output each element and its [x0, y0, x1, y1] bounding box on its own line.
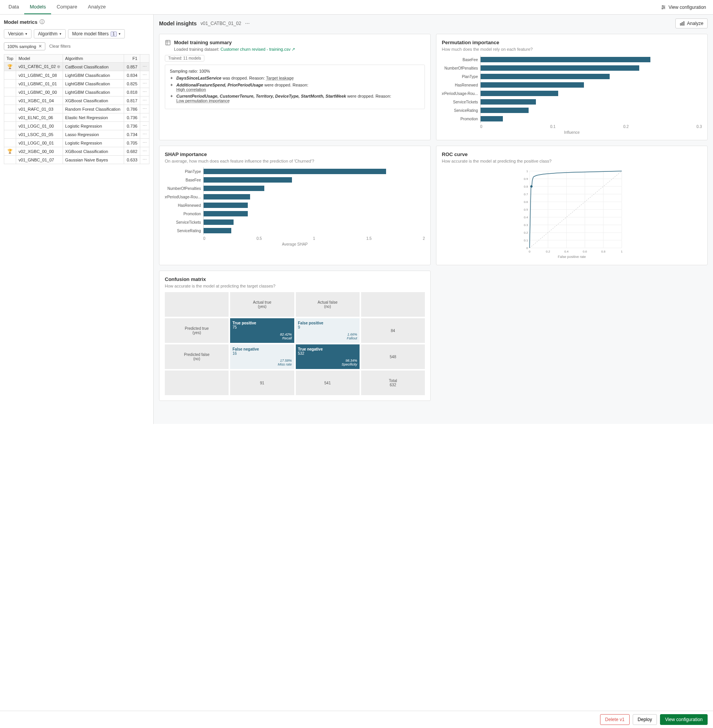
col-actions	[140, 55, 149, 63]
tab-models[interactable]: Models	[24, 0, 51, 14]
svg-text:0.6: 0.6	[583, 250, 587, 253]
svg-text:0.9: 0.9	[524, 177, 528, 181]
model-insights-panel: Model insights v01_CATBC_01_02 ⋯ Analyze…	[154, 15, 713, 424]
models-table: Top Model Algorithm F1 🏆 v01_CATBC_01_02…	[4, 54, 149, 164]
filter-more[interactable]: More model filters1▾	[68, 29, 125, 38]
more-icon[interactable]: ⋯	[143, 157, 147, 162]
more-icon[interactable]: ⋯	[143, 81, 147, 86]
table-row[interactable]: v01_LGBMC_01_01 LightGBM Classification …	[4, 80, 149, 88]
svg-text:0.1: 0.1	[524, 239, 528, 242]
trophy-icon: 🏆	[7, 64, 13, 69]
tab-compare[interactable]: Compare	[51, 0, 82, 14]
col-model[interactable]: Model	[16, 55, 63, 63]
chart-icon	[680, 21, 685, 26]
training-details: Sampling ratio: 100% ✦ DaysSinceLastServ…	[165, 65, 425, 109]
sliders-icon	[661, 5, 666, 10]
table-row[interactable]: v01_LOGC_01_00 Logistic Regression 0.736…	[4, 122, 149, 130]
close-icon[interactable]: ✕	[38, 44, 42, 49]
shap-sub: On average, how much does each feature i…	[165, 159, 425, 163]
trained-pill: Trained: 11 models	[165, 55, 204, 61]
more-icon[interactable]: ⋯	[143, 64, 147, 69]
more-icon[interactable]: ⋯	[245, 21, 250, 26]
tab-data[interactable]: Data	[3, 0, 24, 14]
crosshair-icon: ⊕	[57, 64, 60, 69]
roc-title: ROC curve	[442, 151, 702, 157]
more-icon[interactable]: ⋯	[143, 98, 147, 103]
chevron-down-icon: ▾	[119, 32, 121, 36]
confusion-sub: How accurate is the model at predicting …	[165, 284, 425, 288]
training-title: Model training summary	[174, 40, 295, 45]
svg-point-1	[662, 5, 663, 6]
roc-card: ROC curve How accurate is the model at p…	[436, 146, 708, 265]
insights-model-name: v01_CATBC_01_02	[201, 21, 241, 26]
svg-text:0.2: 0.2	[546, 250, 551, 253]
table-row[interactable]: v01_LGBMC_00_00 LightGBM Classification …	[4, 88, 149, 96]
svg-point-5	[662, 8, 663, 9]
col-f1[interactable]: F1	[124, 55, 140, 63]
permutation-card: Permutation importance How much does the…	[436, 34, 708, 140]
top-tabs: Data Models Compare Analyze View configu…	[0, 0, 713, 15]
shap-card: SHAP importance On average, how much doe…	[159, 146, 431, 265]
sparkle-icon: ✦	[170, 94, 173, 99]
svg-rect-9	[166, 40, 170, 45]
analyze-button[interactable]: Analyze	[675, 18, 708, 28]
sparkle-icon: ✦	[170, 83, 173, 88]
svg-text:0.8: 0.8	[601, 250, 606, 253]
table-row[interactable]: v01_GNBC_01_07 Gaussian Naive Bayes 0.63…	[4, 156, 149, 164]
col-algorithm[interactable]: Algorithm	[63, 55, 124, 63]
svg-text:0.6: 0.6	[524, 200, 528, 204]
sparkle-icon: ✦	[170, 76, 173, 81]
filter-count-badge: 1	[111, 32, 117, 37]
more-icon[interactable]: ⋯	[143, 73, 147, 77]
filter-chip-sampling[interactable]: 100% sampling✕	[4, 42, 45, 50]
table-row[interactable]: v01_LGBMC_01_08 LightGBM Classification …	[4, 71, 149, 80]
dataset-link[interactable]: Customer churn revised - training.csv	[221, 47, 290, 52]
permutation-title: Permutation importance	[442, 40, 702, 45]
chevron-down-icon: ▾	[25, 32, 27, 36]
permutation-sub: How much does the model rely on each fea…	[442, 47, 702, 52]
more-icon[interactable]: ⋯	[143, 149, 147, 153]
tab-analyze[interactable]: Analyze	[83, 0, 111, 14]
col-top[interactable]: Top	[4, 55, 16, 63]
svg-text:0.5: 0.5	[524, 208, 528, 211]
table-row[interactable]: v01_XGBC_01_04 XGBoost Classification 0.…	[4, 96, 149, 105]
more-icon[interactable]: ⋯	[143, 132, 147, 136]
more-icon[interactable]: ⋯	[143, 90, 147, 94]
clear-filters[interactable]: Clear filters	[48, 42, 72, 50]
svg-rect-6	[680, 23, 681, 25]
dataset-icon	[165, 40, 171, 46]
insights-title: Model insights	[159, 20, 197, 27]
info-icon[interactable]: ⓘ	[40, 18, 45, 25]
svg-text:0: 0	[529, 250, 531, 253]
svg-text:0.7: 0.7	[524, 193, 528, 196]
view-configuration-label: View configuration	[668, 5, 706, 10]
confusion-title: Confusion matrix	[165, 276, 425, 282]
table-row[interactable]: v01_LOGC_00_01 Logistic Regression 0.705…	[4, 139, 149, 147]
filter-algorithm[interactable]: Algorithm▾	[34, 29, 66, 38]
svg-point-47	[530, 185, 532, 188]
svg-text:False positive rate: False positive rate	[558, 255, 586, 259]
trophy-icon: 🏆	[7, 149, 13, 153]
confusion-card: Confusion matrix How accurate is the mod…	[159, 271, 431, 401]
svg-text:0.8: 0.8	[524, 185, 528, 188]
more-icon[interactable]: ⋯	[143, 123, 147, 128]
filter-version[interactable]: Version▾	[4, 29, 32, 38]
svg-rect-8	[683, 22, 684, 25]
more-icon[interactable]: ⋯	[143, 115, 147, 120]
table-row[interactable]: 🏆 v02_XGBC_00_00 XGBoost Classification …	[4, 147, 149, 156]
more-icon[interactable]: ⋯	[143, 140, 147, 145]
more-icon[interactable]: ⋯	[143, 106, 147, 111]
model-metrics-panel: Model metrics ⓘ Version▾ Algorithm▾ More…	[0, 15, 154, 424]
view-configuration-top[interactable]: View configuration	[661, 5, 710, 10]
external-link-icon[interactable]: ↗	[292, 47, 295, 52]
table-row[interactable]: v01_LSOC_01_05 Lasso Regression 0.734 ⋯	[4, 130, 149, 139]
svg-text:1: 1	[526, 170, 528, 173]
svg-point-3	[664, 7, 665, 7]
table-row[interactable]: v01_ELNC_01_06 Elastic Net Regression 0.…	[4, 113, 149, 122]
table-row[interactable]: v01_RAFC_01_03 Random Forest Classificat…	[4, 105, 149, 113]
table-row[interactable]: 🏆 v01_CATBC_01_02⊕ CatBoost Classificati…	[4, 63, 149, 71]
loaded-dataset-label: Loaded training dataset:	[174, 47, 219, 52]
roc-sub: How accurate is the model at predicting …	[442, 159, 702, 163]
svg-rect-7	[682, 23, 683, 25]
svg-text:0.2: 0.2	[524, 231, 528, 234]
